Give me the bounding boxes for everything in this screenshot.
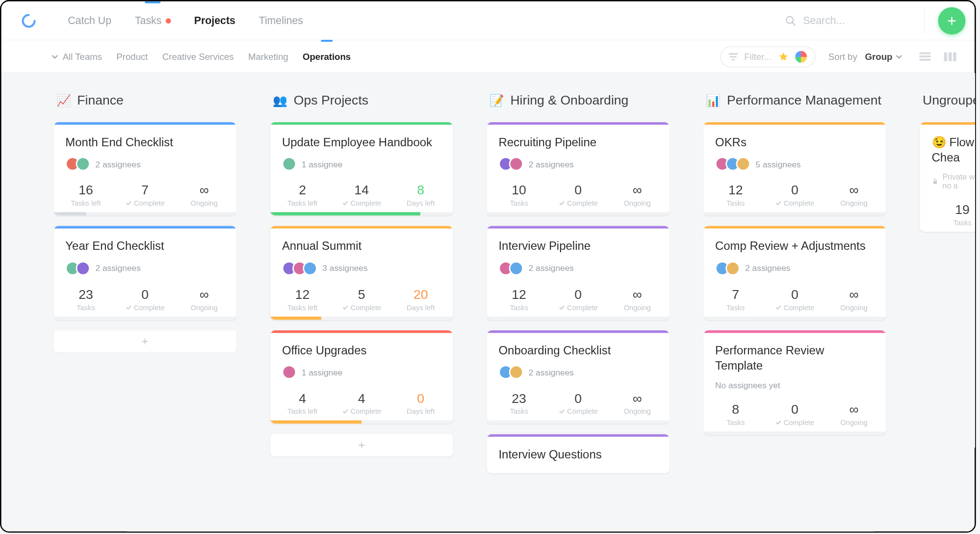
stat-value: 5 bbox=[332, 287, 391, 302]
stat-label: Days left bbox=[391, 407, 450, 415]
assignee-text: 1 assignee bbox=[301, 159, 342, 169]
stat: 14Complete bbox=[332, 183, 391, 207]
card-title: 😉 Flow Chea bbox=[931, 135, 975, 165]
stat-value: 4 bbox=[332, 391, 391, 406]
project-card[interactable]: Onboarding Checklist2 assignees23Tasks0C… bbox=[487, 330, 669, 424]
stat-value: 0 bbox=[548, 287, 608, 302]
stat: 0Complete bbox=[548, 183, 608, 207]
chevron-down-icon bbox=[895, 53, 903, 60]
stat-label: Ongoing bbox=[824, 303, 883, 311]
project-card[interactable]: OKRs5 assignees12Tasks0Complete∞Ongoing bbox=[703, 122, 886, 216]
add-card-button[interactable] bbox=[270, 434, 453, 456]
team-tab-operations[interactable]: Operations bbox=[303, 41, 351, 72]
project-card[interactable]: Update Employee Handbook1 assignee2Tasks… bbox=[270, 122, 453, 216]
assignee-text: 3 assignees bbox=[322, 263, 367, 273]
project-card[interactable]: Month End Checklist2 assignees16Tasks le… bbox=[53, 122, 236, 216]
search-input[interactable] bbox=[803, 15, 914, 27]
team-tab-marketing[interactable]: Marketing bbox=[248, 41, 288, 72]
stat-value: 0 bbox=[765, 183, 825, 198]
svg-rect-2 bbox=[919, 52, 931, 54]
card-stats: 10Tasks0Complete∞Ongoing bbox=[487, 175, 669, 213]
add-card-button[interactable] bbox=[53, 330, 236, 352]
project-card[interactable]: Annual Summit3 assignees12Tasks left5Com… bbox=[270, 226, 453, 320]
stat-label: Tasks bbox=[923, 218, 975, 226]
card-title: Update Employee Handbook bbox=[282, 135, 441, 150]
nav-tasks[interactable]: Tasks bbox=[123, 1, 182, 39]
team-tab-product[interactable]: Product bbox=[116, 41, 148, 72]
svg-rect-4 bbox=[919, 58, 931, 60]
card-stats: 16Tasks left7Complete∞Ongoing bbox=[53, 175, 236, 213]
progress-bar bbox=[703, 213, 886, 216]
project-card[interactable]: Office Upgrades1 assignee4Tasks left4Com… bbox=[270, 330, 453, 424]
stat: 20Days left bbox=[391, 287, 450, 311]
stat-value: 8 bbox=[706, 402, 765, 417]
nav-projects[interactable]: Projects bbox=[182, 1, 247, 39]
search-wrap bbox=[785, 7, 925, 33]
assignee-text: No assignees yet bbox=[715, 380, 780, 390]
sort-by-select[interactable]: Sort by Group bbox=[828, 51, 903, 61]
nav-timelines[interactable]: Timelines bbox=[247, 1, 315, 39]
avatar bbox=[509, 261, 523, 275]
column-emoji-icon: 📊 bbox=[706, 93, 720, 107]
card-stats: 19Tasks bbox=[920, 194, 975, 232]
stat-value: 4 bbox=[273, 391, 332, 406]
stat-value: 23 bbox=[56, 287, 115, 302]
stat-label: Complete bbox=[548, 199, 608, 207]
card-stats: 12Tasks left5Complete20Days left bbox=[270, 279, 453, 317]
project-card[interactable]: Year End Checklist2 assignees23Tasks0Com… bbox=[53, 226, 236, 320]
filter-pill[interactable]: Filter... bbox=[720, 46, 815, 67]
stat-label: Complete bbox=[115, 199, 175, 207]
stat: 0Complete bbox=[765, 402, 825, 426]
card-title: Office Upgrades bbox=[282, 343, 441, 358]
stat-label: Complete bbox=[765, 199, 825, 207]
stat: 0Complete bbox=[765, 287, 825, 311]
stat-value: 14 bbox=[332, 183, 391, 198]
view-list-button[interactable] bbox=[916, 49, 934, 63]
nav-catch-up[interactable]: Catch Up bbox=[56, 1, 123, 39]
stat-label: Ongoing bbox=[824, 418, 883, 426]
avatar bbox=[725, 261, 740, 275]
avatar bbox=[509, 365, 523, 379]
stat-label: Tasks bbox=[490, 407, 549, 415]
project-card[interactable]: Recruiting Pipeline2 assignees10Tasks0Co… bbox=[487, 122, 669, 216]
avatar bbox=[76, 261, 90, 275]
lock-icon bbox=[931, 177, 938, 185]
assignees-row: 2 assignees bbox=[715, 261, 875, 275]
card-stats: 12Tasks0Complete∞Ongoing bbox=[487, 279, 669, 317]
assignees-row: 2 assignees bbox=[498, 365, 658, 379]
column-header: 📈Finance bbox=[53, 93, 236, 112]
card-title: Onboarding Checklist bbox=[498, 343, 658, 358]
view-board-button[interactable] bbox=[941, 49, 959, 63]
team-tab-creative[interactable]: Creative Services bbox=[162, 41, 234, 72]
project-card[interactable]: Interview Questions bbox=[487, 434, 669, 473]
app-logo[interactable] bbox=[18, 10, 39, 31]
stat: 10Tasks bbox=[490, 183, 549, 207]
card-title: Annual Summit bbox=[282, 239, 441, 254]
project-card[interactable]: 😉 Flow CheaPrivate with no a19Tasks bbox=[920, 122, 975, 232]
stat: ∞Ongoing bbox=[824, 402, 883, 426]
assignees-row: 2 assignees bbox=[65, 261, 225, 275]
teams-subheader: All Teams Product Creative Services Mark… bbox=[1, 40, 975, 73]
project-board[interactable]: 📈FinanceMonth End Checklist2 assignees16… bbox=[1, 73, 975, 533]
filter-icon bbox=[728, 52, 738, 61]
stat: 2Tasks left bbox=[273, 183, 332, 207]
svg-rect-6 bbox=[949, 52, 952, 61]
project-card[interactable]: Performance Review TemplateNo assignees … bbox=[703, 330, 886, 435]
project-card[interactable]: Comp Review + Adjustments2 assignees7Tas… bbox=[703, 226, 886, 320]
add-button[interactable] bbox=[938, 7, 966, 34]
stat-label: Complete bbox=[115, 303, 175, 311]
column-emoji-icon: 📈 bbox=[56, 93, 70, 107]
team-tab-all[interactable]: All Teams bbox=[51, 41, 102, 72]
progress-bar bbox=[53, 213, 236, 216]
assignees-row: 1 assignee bbox=[282, 365, 441, 379]
svg-rect-8 bbox=[933, 181, 937, 184]
project-card[interactable]: Interview Pipeline2 assignees12Tasks0Com… bbox=[487, 226, 669, 320]
stat-label: Tasks bbox=[706, 418, 765, 426]
stat-label: Ongoing bbox=[175, 303, 234, 311]
card-stats: 7Tasks0Complete∞Ongoing bbox=[703, 279, 886, 317]
progress-bar bbox=[487, 421, 669, 424]
progress-bar bbox=[487, 317, 669, 320]
progress-bar bbox=[703, 317, 886, 320]
stat: ∞Ongoing bbox=[175, 183, 234, 207]
check-icon bbox=[558, 200, 565, 206]
